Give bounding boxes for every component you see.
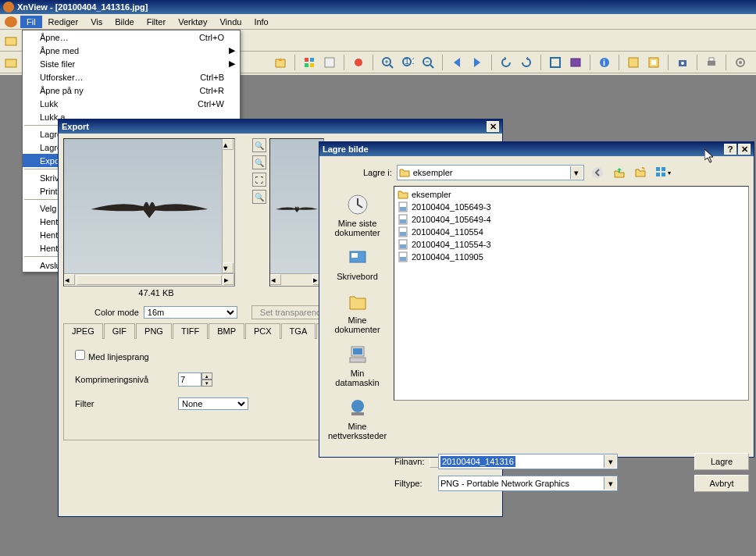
tb-print-icon[interactable] xyxy=(702,53,721,72)
tb-rotate-right-icon[interactable] xyxy=(517,53,536,72)
svg-rect-6 xyxy=(310,63,314,67)
tb-fullscreen-icon[interactable] xyxy=(546,53,565,72)
place-network[interactable]: Mine nettverkssteder xyxy=(326,392,389,444)
view-menu-icon[interactable]: ▾ xyxy=(654,164,672,181)
list-item[interactable]: 20100404_105649-4 xyxy=(396,213,747,226)
menu-rediger[interactable]: Rediger xyxy=(42,16,85,28)
tab-bmp[interactable]: BMP xyxy=(209,323,244,339)
menu-filter[interactable]: Filter xyxy=(141,16,172,28)
svg-rect-0 xyxy=(5,37,16,45)
tb-image-icon[interactable] xyxy=(320,53,339,72)
tb-info-icon[interactable]: i xyxy=(595,53,614,72)
compression-input[interactable] xyxy=(178,372,201,387)
filetype-combo[interactable]: PNG - Portable Network Graphics▾ xyxy=(438,476,618,491)
menu-explorer[interactable]: Utforsker…Ctrl+B xyxy=(23,70,240,84)
tb-favorites-icon[interactable] xyxy=(271,53,290,72)
tab-jpeg[interactable]: JPEG xyxy=(63,323,103,339)
save-button[interactable]: Lagre xyxy=(694,453,749,470)
cancel-button[interactable]: Avbryt xyxy=(694,475,749,492)
svg-rect-1 xyxy=(5,59,16,67)
scroll-h-2[interactable]: ◂▸ xyxy=(270,273,323,286)
export-title: Export xyxy=(62,122,89,131)
tab-pcx[interactable]: PCX xyxy=(245,323,280,339)
tb-slideshow-icon[interactable] xyxy=(566,53,585,72)
menu-fil[interactable]: Fil xyxy=(20,16,42,28)
tb-scan-icon[interactable] xyxy=(673,53,692,72)
list-item[interactable]: eksempler xyxy=(396,188,747,201)
tab-gif[interactable]: GIF xyxy=(104,323,135,339)
svg-point-8 xyxy=(355,59,362,66)
list-item[interactable]: 20100404_105649-3 xyxy=(396,201,747,213)
zoom-fit-icon[interactable]: ⛶ xyxy=(252,173,266,187)
tab-png[interactable]: PNG xyxy=(136,323,172,339)
tb-prev-icon[interactable] xyxy=(448,53,466,72)
menu-bilde[interactable]: Bilde xyxy=(109,16,140,28)
menu-vindu[interactable]: Vindu xyxy=(213,16,248,28)
place-documents[interactable]: Mine dokumenter xyxy=(326,286,389,337)
preview-left[interactable]: ▴▾ ◂▸ xyxy=(63,138,235,287)
export-close-icon[interactable]: ✕ xyxy=(487,121,499,132)
interlaced-checkbox[interactable] xyxy=(75,350,85,360)
menu-recent[interactable]: Siste filer▶ xyxy=(23,57,240,70)
svg-text:1:1: 1:1 xyxy=(405,56,414,66)
menu-vis[interactable]: Vis xyxy=(84,16,109,28)
place-recent[interactable]: Mine siste dokumenter xyxy=(326,189,389,241)
save-help-icon[interactable]: ? xyxy=(724,144,736,155)
chevron-down-icon[interactable]: ▾ xyxy=(604,477,616,490)
save-title-bar[interactable]: Lagre bilde ? ✕ xyxy=(319,142,754,156)
list-item[interactable]: 20100404_110554 xyxy=(396,226,747,238)
compression-spinner[interactable]: ▴▾ xyxy=(178,372,212,387)
place-computer[interactable]: Min datamaskin xyxy=(326,339,389,390)
tab-tiff[interactable]: TIFF xyxy=(173,323,208,339)
svg-rect-4 xyxy=(310,58,314,62)
filter-select[interactable]: None xyxy=(178,397,248,410)
tb-settings-icon[interactable] xyxy=(731,53,750,72)
list-item[interactable]: 20100404_110905 xyxy=(396,251,747,263)
zoom-out-icon[interactable]: 🔍 xyxy=(252,155,266,169)
filename-combo[interactable]: 20100404_141316▾ xyxy=(438,454,618,469)
tab-tga[interactable]: TGA xyxy=(281,323,316,339)
menu-verktoy[interactable]: Verktøy xyxy=(172,16,213,28)
save-close-icon[interactable]: ✕ xyxy=(738,144,751,155)
svg-point-30 xyxy=(739,61,742,64)
tb-tag-icon[interactable] xyxy=(349,53,368,72)
chevron-down-icon[interactable]: ▾ xyxy=(570,166,583,179)
lookin-combo[interactable]: eksempler ▾ xyxy=(397,165,584,180)
menu-reopen[interactable]: Åpne på nyCtrl+R xyxy=(23,84,240,97)
place-desktop[interactable]: Skrivebord xyxy=(326,242,389,284)
tb-palette-icon[interactable] xyxy=(300,53,319,72)
up-icon[interactable] xyxy=(611,164,628,181)
svg-rect-5 xyxy=(305,63,308,67)
file-list[interactable]: eksempler 20100404_105649-3 20100404_105… xyxy=(394,186,749,401)
spinner-up-icon[interactable]: ▴ xyxy=(201,372,212,380)
svg-rect-24 xyxy=(651,60,656,65)
preview-right[interactable]: ◂▸ xyxy=(269,138,324,287)
color-mode-select[interactable]: 16m xyxy=(144,306,237,319)
spinner-down-icon[interactable]: ▾ xyxy=(201,380,212,387)
tb-resize-icon[interactable] xyxy=(644,53,663,72)
menu-close[interactable]: LukkCtrl+W xyxy=(23,97,240,110)
tb-browse-icon[interactable] xyxy=(2,31,20,50)
zoom-100-icon[interactable]: 🔍 xyxy=(252,190,266,204)
zoom-in-icon[interactable]: 🔍 xyxy=(252,138,266,152)
menu-open-with[interactable]: Åpne med▶ xyxy=(23,44,240,57)
svg-rect-40 xyxy=(353,348,362,355)
scroll-v[interactable]: ▴▾ xyxy=(222,139,234,273)
tb-rotate-left-icon[interactable] xyxy=(497,53,515,72)
list-item[interactable]: 20100404_110554-3 xyxy=(396,238,747,251)
tb-fit-icon[interactable] xyxy=(624,53,643,72)
scroll-h[interactable]: ◂▸ xyxy=(64,273,234,286)
title-bar[interactable]: XnView - [20100404_141316.jpg] xyxy=(0,0,756,14)
svg-rect-43 xyxy=(351,412,364,415)
tb-zoom-in-icon[interactable] xyxy=(378,53,397,72)
chevron-down-icon[interactable]: ▾ xyxy=(604,455,616,468)
menu-open[interactable]: Åpne…Ctrl+O xyxy=(23,30,240,44)
menu-info[interactable]: Info xyxy=(248,16,274,28)
new-folder-icon[interactable] xyxy=(633,164,650,181)
export-title-bar[interactable]: Export ✕ xyxy=(59,119,502,134)
tb-open-icon[interactable] xyxy=(2,53,20,72)
tb-next-icon[interactable] xyxy=(468,53,487,72)
tb-zoom-out-icon[interactable] xyxy=(419,53,437,72)
tb-zoom-actual-icon[interactable]: 1:1 xyxy=(398,53,417,72)
back-icon[interactable] xyxy=(589,164,606,181)
